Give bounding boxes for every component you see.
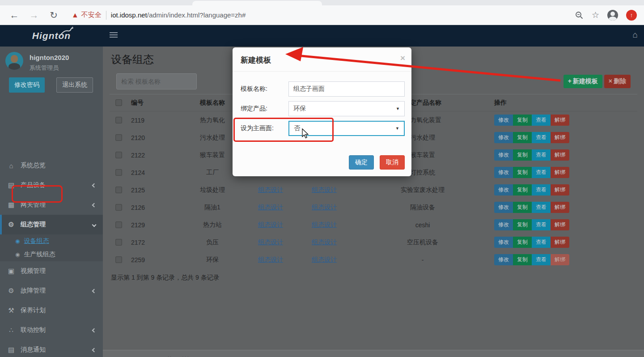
row-checkbox[interactable] — [116, 117, 122, 123]
view-button[interactable]: 查看 — [532, 219, 551, 230]
sidebar-item-保养计划[interactable]: ⚒保养计划 — [0, 301, 103, 320]
url-path: /admin/index.html?language=zh# — [147, 11, 246, 19]
address-bar[interactable]: iot.idosp.net/admin/index.html?language=… — [111, 11, 246, 19]
configuration-design-link[interactable]: 组态设计 — [312, 186, 337, 193]
unbind-button[interactable]: 解绑 — [551, 132, 569, 143]
modify-button[interactable]: 修改 — [494, 184, 513, 196]
configuration-design-link[interactable]: 组态设计 — [258, 204, 283, 211]
view-button[interactable]: 查看 — [532, 115, 551, 126]
copy-button[interactable]: 复制 — [513, 132, 532, 143]
reload-icon[interactable]: ↻ — [48, 10, 59, 21]
main-screen-select[interactable]: 否 ▼ — [288, 121, 405, 136]
sidebar-item-消息通知[interactable]: ▤消息通知 — [0, 340, 103, 357]
configuration-design-link[interactable]: 组态设计 — [258, 238, 283, 246]
sidebar-item-网关管理[interactable]: ▦网关管理 — [0, 195, 103, 215]
modify-button[interactable]: 修改 — [494, 167, 513, 178]
confirm-button[interactable]: 确定 — [349, 155, 374, 170]
unbind-button[interactable]: 解绑 — [551, 254, 569, 265]
unbind-button[interactable]: 解绑 — [551, 219, 569, 230]
sidebar-item-系统总览[interactable]: ⌂系统总览 — [0, 156, 103, 175]
modify-button[interactable]: 修改 — [494, 132, 513, 143]
modify-button[interactable]: 修改 — [494, 202, 513, 213]
configuration-design-link[interactable]: 组态设计 — [258, 256, 283, 263]
copy-button[interactable]: 复制 — [513, 115, 532, 126]
close-icon[interactable]: × — [400, 54, 405, 62]
view-button[interactable]: 查看 — [532, 237, 551, 248]
modify-button[interactable]: 修改 — [494, 219, 513, 230]
copy-button[interactable]: 复制 — [513, 149, 532, 161]
cancel-button[interactable]: 取消 — [380, 155, 405, 170]
row-checkbox[interactable] — [116, 187, 122, 193]
select-all-checkbox[interactable] — [116, 100, 122, 106]
main-screen-row: 设为主画面: 否 ▼ — [241, 121, 405, 136]
row-product-name: - — [351, 256, 494, 264]
action-button-group: 修改复制查看解绑 — [494, 184, 569, 196]
copy-button[interactable]: 复制 — [513, 184, 532, 196]
bind-product-select[interactable]: 环保 ▼ — [288, 101, 405, 116]
configuration-design-link[interactable]: 组态设计 — [312, 221, 337, 228]
modify-button[interactable]: 修改 — [494, 254, 513, 265]
zoom-out-icon[interactable] — [575, 11, 584, 20]
modify-button[interactable]: 修改 — [494, 149, 513, 161]
view-button[interactable]: 查看 — [532, 254, 551, 265]
view-button[interactable]: 查看 — [532, 184, 551, 196]
unbind-button[interactable]: 解绑 — [551, 184, 569, 196]
x-icon: × — [609, 77, 612, 85]
row-checkbox[interactable] — [116, 239, 122, 245]
security-warning-icon[interactable]: ▲ — [72, 11, 79, 19]
security-warning-label[interactable]: 不安全 — [81, 11, 102, 19]
sidebar-item-故障管理[interactable]: ⚙故障管理 — [0, 281, 103, 301]
bookmark-star-icon[interactable]: ☆ — [592, 10, 599, 20]
row-checkbox[interactable] — [116, 152, 122, 158]
configuration-design-link[interactable]: 组态设计 — [258, 221, 283, 228]
view-button[interactable]: 查看 — [532, 167, 551, 178]
unbind-button[interactable]: 解绑 — [551, 149, 569, 161]
copy-button[interactable]: 复制 — [513, 237, 532, 248]
unbind-button[interactable]: 解绑 — [551, 115, 569, 126]
sidebar-item-产品设备[interactable]: ▤产品设备 — [0, 175, 103, 195]
sidebar-item-联动控制[interactable]: ∴联动控制 — [0, 320, 103, 340]
copy-button[interactable]: 复制 — [513, 219, 532, 230]
row-checkbox[interactable] — [116, 135, 122, 140]
view-button[interactable]: 查看 — [532, 149, 551, 161]
row-actions-cell: 修改复制查看解绑 — [494, 219, 637, 230]
view-button[interactable]: 查看 — [532, 132, 551, 143]
home-icon[interactable]: ⌂ — [633, 30, 638, 40]
new-template-button[interactable]: +新建模板 — [564, 75, 602, 88]
sidebar-subitem-设备组态[interactable]: ◉设备组态 — [0, 234, 103, 248]
sidebar-subitem-生产线组态[interactable]: ◉生产线组态 — [0, 248, 103, 261]
unbind-button[interactable]: 解绑 — [551, 167, 569, 178]
brand-logo[interactable]: Hignton — [0, 25, 103, 47]
search-input[interactable] — [116, 73, 197, 89]
unbind-button[interactable]: 解绑 — [551, 237, 569, 248]
configuration-design-link[interactable]: 组态设计 — [258, 186, 283, 193]
view-button[interactable]: 查看 — [532, 202, 551, 213]
sidebar-item-组态管理[interactable]: ⚙组态管理 — [0, 215, 103, 234]
browser-update-icon[interactable]: ↑ — [626, 10, 637, 21]
sidebar-item-视频管理[interactable]: ▣视频管理 — [0, 261, 103, 281]
sidebar-toggle-icon[interactable] — [110, 32, 118, 39]
back-icon[interactable]: ← — [9, 10, 20, 21]
template-name-input[interactable] — [288, 81, 405, 97]
configuration-design-link[interactable]: 组态设计 — [312, 256, 337, 263]
row-checkbox[interactable] — [116, 204, 122, 210]
row-checkbox[interactable] — [116, 222, 122, 228]
forward-icon[interactable]: → — [29, 10, 39, 21]
browser-profile-icon[interactable] — [607, 10, 618, 21]
logout-button[interactable]: 退出系统 — [56, 77, 93, 93]
browser-tab[interactable] — [192, 1, 322, 5]
configuration-design-link[interactable]: 组态设计 — [312, 238, 337, 246]
delete-button[interactable]: ×删除 — [604, 75, 631, 88]
copy-button[interactable]: 复制 — [513, 202, 532, 213]
change-password-button[interactable]: 修改密码 — [9, 77, 45, 93]
modify-button[interactable]: 修改 — [494, 115, 513, 126]
configuration-design-link[interactable]: 组态设计 — [312, 204, 337, 211]
copy-button[interactable]: 复制 — [513, 254, 532, 265]
row-checkbox[interactable] — [116, 257, 122, 263]
modify-button[interactable]: 修改 — [494, 237, 513, 248]
copy-button[interactable]: 复制 — [513, 167, 532, 178]
unbind-button[interactable]: 解绑 — [551, 202, 569, 213]
row-product-name: ceshi — [351, 221, 494, 229]
row-checkbox[interactable] — [116, 170, 122, 175]
row-id: 2172 — [127, 239, 181, 246]
